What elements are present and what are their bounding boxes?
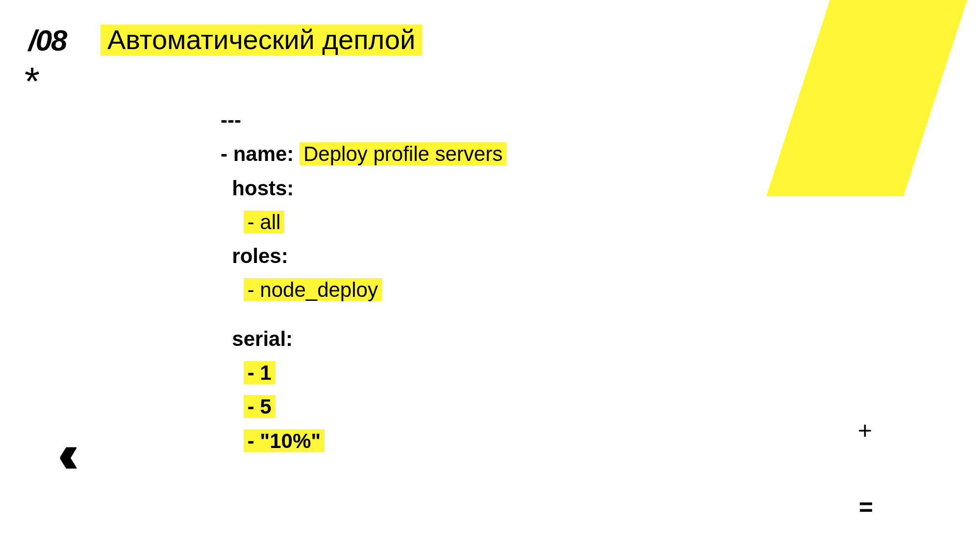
code-line-roles-item: - node_deploy xyxy=(221,273,506,307)
decorative-yellow-shape xyxy=(766,0,980,196)
yaml-code-block: --- - name: Deploy profile servers hosts… xyxy=(221,103,506,458)
serial-block: serial: - 1 - 5 - "10%" xyxy=(221,322,506,458)
asterisk-decoration: * xyxy=(25,59,40,104)
code-line-serial-10pct: - "10%" xyxy=(221,424,506,458)
code-line-serial-5: - 5 xyxy=(221,390,506,423)
plus-decoration: + xyxy=(858,416,872,445)
code-line-serial: serial: xyxy=(221,322,506,356)
equals-decoration: = xyxy=(859,493,873,522)
serial-item1-highlighted: - 1 xyxy=(244,361,276,384)
code-line-hosts-item: - all xyxy=(221,205,506,239)
serial-item3-highlighted: - "10%" xyxy=(244,429,325,452)
code-line-roles: roles: xyxy=(221,239,506,273)
slide-number: /08 xyxy=(28,24,66,57)
chevrons-decoration: ‹‹ xyxy=(58,422,68,485)
roles-item-highlighted: - node_deploy xyxy=(244,278,382,301)
name-value-highlighted: Deploy profile servers xyxy=(300,142,506,165)
code-line-separator: --- xyxy=(221,103,506,137)
code-line-serial-1: - 1 xyxy=(221,356,506,390)
code-line-hosts: hosts: xyxy=(221,171,506,205)
name-key: - name: xyxy=(221,142,300,165)
serial-item2-highlighted: - 5 xyxy=(244,395,276,418)
slide-title: Автоматический деплой xyxy=(101,25,422,56)
hosts-item-highlighted: - all xyxy=(244,210,285,234)
code-line-name: - name: Deploy profile servers xyxy=(221,137,506,171)
